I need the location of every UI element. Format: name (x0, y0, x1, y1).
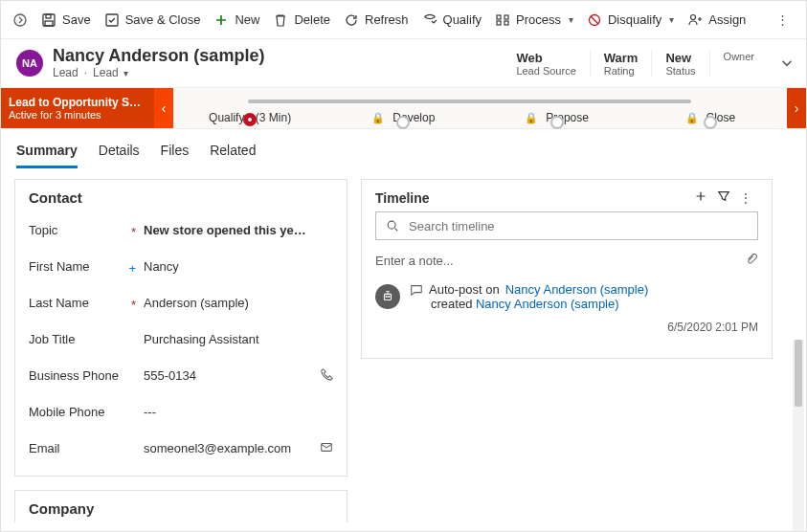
jobtitle-field[interactable]: Purchasing Assistant (144, 332, 333, 346)
svg-point-0 (14, 14, 26, 26)
firstname-field[interactable]: Nancy (144, 259, 333, 274)
header-expand-button[interactable] (768, 55, 806, 72)
svg-rect-7 (497, 21, 501, 25)
scrollbar-thumb[interactable] (795, 340, 802, 407)
process-button[interactable]: Process ▾ (495, 12, 573, 28)
businessphone-field[interactable]: 555-0134 (144, 367, 333, 384)
qualify-button[interactable]: Qualify (422, 12, 482, 28)
tab-files[interactable]: Files (161, 137, 190, 168)
post-link[interactable]: Nancy Anderson (sample) (476, 297, 619, 311)
autopost-icon (375, 284, 400, 309)
mobilephone-field[interactable]: --- (144, 405, 333, 419)
record-title: Nancy Anderson (sample) (53, 47, 503, 66)
tab-list: Summary Details Files Related (1, 129, 806, 169)
delete-button[interactable]: Delete (273, 12, 330, 28)
timeline-filter-button[interactable] (712, 189, 735, 206)
command-bar: Save Save & Close New Delete Refresh Qua… (1, 1, 806, 39)
svg-rect-3 (45, 21, 53, 26)
svg-point-10 (691, 14, 696, 19)
record-header: NA Nancy Anderson (sample) Lead· Lead ▾ … (1, 39, 806, 87)
assign-button[interactable]: Assign (687, 12, 746, 28)
header-stats: WebLead Source WarmRating NewStatus Owne… (503, 51, 768, 77)
record-subtitle: Lead· Lead ▾ (53, 66, 503, 79)
stage-qualify[interactable]: Qualify (3 Min) (173, 111, 326, 124)
lock-icon: 🔒 (685, 112, 699, 124)
save-close-button[interactable]: Save & Close (104, 12, 201, 28)
post-timestamp: 6/5/2020 2:01 PM (362, 321, 758, 334)
svg-rect-4 (106, 14, 118, 26)
stage-propose[interactable]: 🔒Propose (481, 111, 634, 125)
record-nav-icon[interactable] (12, 12, 28, 28)
chat-icon (410, 283, 423, 297)
process-line (248, 100, 691, 103)
svg-point-15 (389, 296, 390, 297)
mail-icon[interactable] (320, 440, 333, 456)
timeline-title: Timeline (375, 190, 689, 206)
contact-section: Contact Topic* New store opened this yea… (14, 179, 347, 477)
scrollbar[interactable] (793, 340, 804, 532)
email-field[interactable]: someonel3@example.com (144, 440, 333, 456)
chevron-down-icon: ▾ (569, 14, 573, 25)
lock-icon: 🔒 (371, 112, 385, 124)
attach-icon[interactable] (745, 253, 758, 269)
disqualify-button[interactable]: Disqualify ▾ (587, 12, 674, 28)
process-flow: Lead to Opportunity Sale... Active for 3… (1, 87, 806, 129)
section-title: Company (15, 491, 347, 522)
avatar: NA (16, 50, 43, 77)
svg-rect-13 (385, 294, 392, 299)
process-prev-button[interactable]: ‹ (154, 88, 173, 128)
section-title: Contact (15, 180, 347, 211)
new-button[interactable]: New (213, 12, 259, 28)
save-button[interactable]: Save (41, 12, 91, 28)
process-next-button[interactable]: › (787, 88, 806, 128)
process-info[interactable]: Lead to Opportunity Sale... Active for 3… (1, 88, 154, 128)
chevron-down-icon: ▾ (669, 14, 674, 25)
overflow-button[interactable]: ⋮ (773, 12, 795, 27)
svg-point-12 (388, 221, 395, 229)
stage-close[interactable]: 🔒Close (634, 111, 787, 125)
phone-icon[interactable] (320, 367, 333, 384)
svg-rect-8 (504, 21, 508, 25)
tab-summary[interactable]: Summary (16, 137, 78, 168)
topic-field[interactable]: New store opened this year - f... (144, 223, 333, 237)
tab-details[interactable]: Details (99, 137, 140, 168)
timeline-search[interactable] (375, 211, 758, 240)
timeline-post[interactable]: Auto-post on Nancy Anderson (sample) cre… (375, 282, 758, 311)
tab-related[interactable]: Related (210, 137, 256, 168)
company-section: Company (14, 490, 347, 522)
refresh-button[interactable]: Refresh (344, 12, 409, 28)
timeline-search-input[interactable] (407, 218, 748, 234)
timeline-note-input[interactable]: Enter a note... (375, 248, 758, 273)
form-selector[interactable]: Lead ▾ (93, 66, 128, 79)
svg-rect-2 (46, 14, 51, 18)
svg-point-14 (386, 296, 387, 297)
timeline-section: Timeline ⋮ Enter a note... (361, 179, 773, 359)
search-icon (386, 219, 399, 233)
lock-icon: 🔒 (525, 112, 538, 124)
stage-develop[interactable]: 🔒Develop (326, 111, 480, 125)
svg-rect-6 (504, 15, 508, 19)
svg-rect-5 (497, 15, 501, 19)
timeline-overflow-button[interactable]: ⋮ (735, 190, 758, 206)
post-link[interactable]: Nancy Anderson (sample) (505, 282, 649, 297)
timeline-add-button[interactable] (689, 189, 712, 206)
lastname-field[interactable]: Anderson (sample) (144, 296, 333, 310)
